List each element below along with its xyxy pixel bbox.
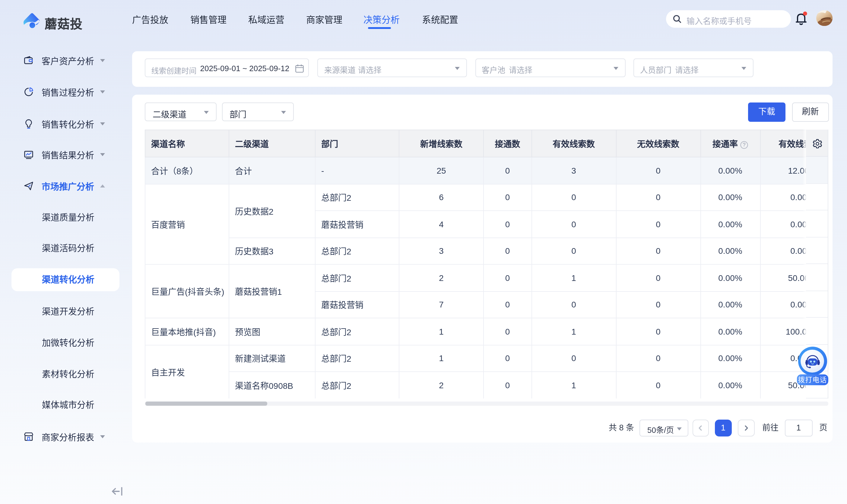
svg-text:?: ? xyxy=(743,142,745,147)
